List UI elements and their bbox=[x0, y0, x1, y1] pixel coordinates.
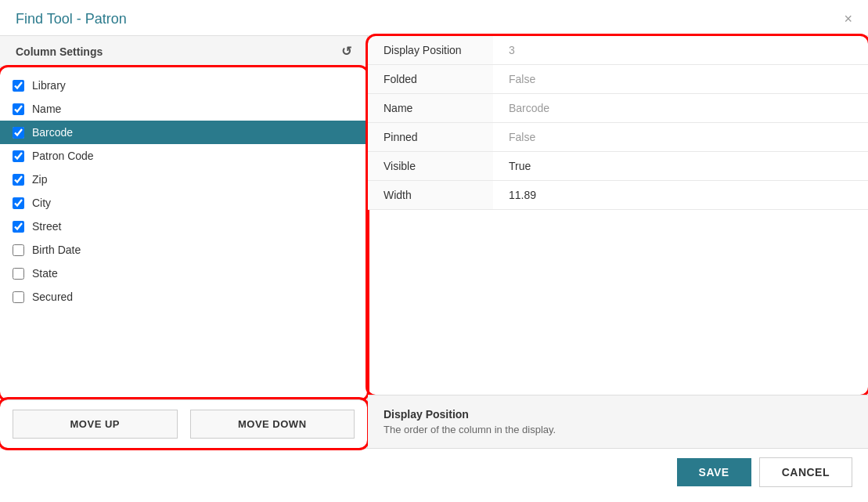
column-item[interactable]: Patron Code bbox=[0, 144, 367, 168]
column-checkbox[interactable] bbox=[13, 150, 24, 162]
column-label: State bbox=[32, 267, 58, 280]
property-value: 11.89 bbox=[493, 181, 868, 210]
column-checkbox[interactable] bbox=[13, 103, 24, 115]
column-item[interactable]: Name bbox=[0, 97, 367, 121]
cancel-button[interactable]: CANCEL bbox=[759, 457, 852, 487]
column-checkbox[interactable] bbox=[13, 244, 24, 256]
column-item[interactable]: Zip bbox=[0, 168, 367, 191]
column-item[interactable]: Secured bbox=[0, 285, 367, 309]
properties-table: Display Position3FoldedFalseNameBarcodeP… bbox=[368, 36, 868, 210]
column-label: Street bbox=[32, 220, 61, 233]
dialog-title: Find Tool - Patron bbox=[16, 11, 127, 27]
close-icon[interactable]: × bbox=[844, 11, 852, 27]
column-settings-title: Column Settings bbox=[16, 45, 103, 58]
column-label: Secured bbox=[32, 291, 73, 303]
column-checkbox[interactable] bbox=[13, 127, 24, 139]
description-title: Display Position bbox=[384, 408, 852, 421]
property-key: Visible bbox=[368, 152, 493, 181]
property-value: Barcode bbox=[493, 94, 868, 123]
column-checkbox[interactable] bbox=[13, 291, 24, 303]
property-row: VisibleTrue bbox=[368, 152, 868, 181]
property-key: Width bbox=[368, 181, 493, 210]
column-label: Patron Code bbox=[32, 150, 94, 162]
property-row: Width11.89 bbox=[368, 181, 868, 210]
column-settings-header: Column Settings ↺ bbox=[0, 36, 367, 67]
column-item[interactable]: Barcode bbox=[0, 121, 367, 144]
move-down-button[interactable]: MOVE DOWN bbox=[190, 410, 355, 439]
properties-panel: Display Position3FoldedFalseNameBarcodeP… bbox=[368, 36, 868, 395]
column-checkbox[interactable] bbox=[13, 221, 24, 233]
description-panel: Display Position The order of the column… bbox=[368, 395, 868, 448]
property-row: Display Position3 bbox=[368, 36, 868, 65]
property-value: False bbox=[493, 65, 868, 94]
column-checkbox[interactable] bbox=[13, 197, 24, 209]
dialog-body: Column Settings ↺ LibraryNameBarcodePatr… bbox=[0, 36, 868, 448]
property-value: True bbox=[493, 152, 868, 181]
dialog: Find Tool - Patron × Column Settings ↺ L… bbox=[0, 0, 868, 502]
property-row: FoldedFalse bbox=[368, 65, 868, 94]
column-checkbox[interactable] bbox=[13, 268, 24, 280]
column-label: Library bbox=[32, 79, 66, 92]
column-label: Barcode bbox=[32, 126, 73, 139]
title-bar: Find Tool - Patron × bbox=[0, 0, 868, 36]
property-key: Pinned bbox=[368, 123, 493, 152]
description-text: The order of the column in the display. bbox=[384, 424, 852, 435]
column-item[interactable]: Street bbox=[0, 215, 367, 238]
column-label: Birth Date bbox=[32, 244, 81, 256]
left-panel: Column Settings ↺ LibraryNameBarcodePatr… bbox=[0, 36, 368, 448]
property-key: Folded bbox=[368, 65, 493, 94]
move-up-button[interactable]: MOVE UP bbox=[13, 410, 178, 439]
property-value: 3 bbox=[493, 36, 868, 65]
property-key: Display Position bbox=[368, 36, 493, 65]
property-row: PinnedFalse bbox=[368, 123, 868, 152]
property-key: Name bbox=[368, 94, 493, 123]
refresh-icon[interactable]: ↺ bbox=[341, 44, 351, 59]
move-buttons-container: MOVE UP MOVE DOWN bbox=[0, 399, 367, 448]
column-item[interactable]: Birth Date bbox=[0, 238, 367, 262]
column-item[interactable]: Library bbox=[0, 74, 367, 97]
column-item[interactable]: City bbox=[0, 191, 367, 215]
column-checkbox[interactable] bbox=[13, 174, 24, 186]
property-value: False bbox=[493, 123, 868, 152]
right-panel: Display Position3FoldedFalseNameBarcodeP… bbox=[368, 36, 868, 448]
dialog-footer: SAVE CANCEL bbox=[0, 448, 868, 495]
column-list: LibraryNameBarcodePatron CodeZipCityStre… bbox=[0, 67, 367, 399]
column-item[interactable]: State bbox=[0, 262, 367, 285]
column-label: Zip bbox=[32, 173, 47, 186]
column-label: Name bbox=[32, 103, 61, 115]
column-checkbox[interactable] bbox=[13, 80, 24, 92]
column-label: City bbox=[32, 197, 51, 209]
save-button[interactable]: SAVE bbox=[677, 458, 751, 486]
property-row: NameBarcode bbox=[368, 94, 868, 123]
